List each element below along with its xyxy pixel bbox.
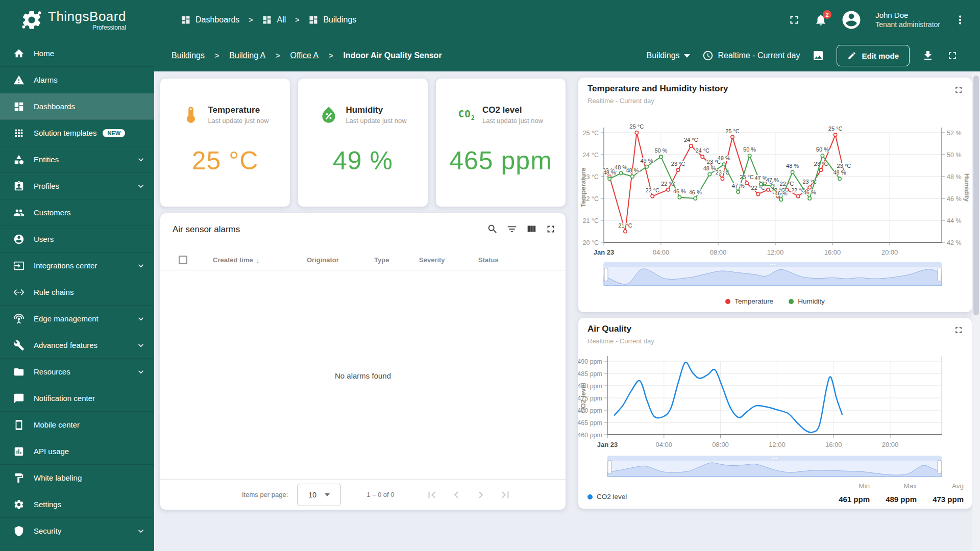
co2-card[interactable]: CO2 CO2 level Last update just now 465 p… — [436, 79, 566, 207]
sidebar-item-users[interactable]: Users — [0, 226, 154, 253]
sidebar-item-settings[interactable]: Settings — [0, 491, 154, 518]
stat-min-label: Min — [823, 482, 870, 490]
pencil-icon — [847, 51, 856, 60]
sidebar-item-edge-management[interactable]: Edge management — [0, 306, 154, 332]
sidebar-item-rule-chains[interactable]: Rule chains — [0, 279, 154, 306]
svg-text:42 %: 42 % — [947, 239, 962, 246]
prev-page-icon[interactable] — [450, 488, 463, 502]
temperature-value: 25 °C — [160, 146, 290, 176]
air-sensor-alarms-widget: Air sensor alarms Created time ↓ Origina… — [160, 213, 566, 510]
breadcrumb-link-buildings[interactable]: Buildings — [172, 51, 205, 60]
legend-item-humidity[interactable]: Humidity — [789, 297, 825, 305]
sidebar-item-label: Dashboards — [34, 102, 75, 111]
items-per-page-select[interactable]: 10 — [297, 484, 341, 506]
sidebar-item-integrations-center[interactable]: Integrations center — [0, 253, 154, 279]
thingsboard-app: ThingsBoard Professional Dashboards > Al… — [0, 0, 980, 551]
timewindow-button[interactable]: Realtime - Current day — [702, 50, 800, 61]
chat-icon — [13, 393, 24, 404]
sidebar-item-customers[interactable]: Customers — [0, 199, 154, 226]
card-last-update: Last update just now — [482, 117, 543, 124]
notifications-bell-icon[interactable]: 2 — [814, 13, 827, 27]
column-created-time[interactable]: Created time ↓ — [213, 256, 307, 264]
svg-text:04:00: 04:00 — [656, 441, 673, 448]
warning-icon — [13, 74, 24, 86]
sidebar-item-security[interactable]: Security — [0, 518, 154, 544]
download-icon[interactable] — [922, 49, 934, 62]
sidebar-item-mobile-center[interactable]: Mobile center — [0, 412, 154, 438]
sidebar-item-alarms[interactable]: Alarms — [0, 67, 154, 93]
more-menu-icon[interactable] — [953, 13, 967, 27]
sidebar-item-dashboards[interactable]: Dashboards — [0, 93, 154, 120]
columns-icon[interactable] — [526, 223, 537, 235]
sidebar-item-profiles[interactable]: Profiles — [0, 173, 154, 199]
temperature-humidity-chart[interactable]: 25 °C24 °C23 °C22 °C21 °C20 °C52 %50 %48… — [578, 78, 972, 312]
pagination-controls — [425, 488, 512, 502]
breadcrumb-link-building-a[interactable]: Building A — [229, 51, 265, 60]
sidebar-item-label: Customers — [34, 208, 71, 217]
legend-dot — [789, 299, 794, 304]
stat-min-value: 461 ppm — [823, 495, 870, 504]
user-avatar[interactable] — [841, 9, 862, 31]
svg-text:24 °C: 24 °C — [695, 147, 709, 154]
edit-mode-button[interactable]: Edit mode — [837, 45, 910, 66]
breadcrumb-link-office-a[interactable]: Office A — [290, 51, 318, 60]
filter-icon[interactable] — [506, 223, 518, 235]
entity-filter-select[interactable]: Buildings — [647, 51, 690, 60]
legend-item-co2[interactable]: CO2 level — [587, 493, 627, 500]
brand-subtitle: Professional — [92, 24, 126, 31]
column-severity[interactable]: Severity — [419, 256, 478, 264]
input-icon — [13, 260, 24, 271]
svg-text:25 °C: 25 °C — [630, 123, 644, 130]
last-page-icon[interactable] — [499, 488, 512, 502]
sidebar-item-resources[interactable]: Resources — [0, 359, 154, 385]
antenna-icon — [13, 313, 24, 324]
column-originator[interactable]: Originator — [307, 256, 374, 264]
people-icon — [13, 207, 24, 218]
top-header: ThingsBoard Professional Dashboards > Al… — [0, 0, 980, 40]
svg-text:21 °C: 21 °C — [583, 217, 599, 224]
search-icon[interactable] — [487, 223, 498, 235]
svg-text:25 °C: 25 °C — [725, 128, 740, 134]
fullscreen-icon[interactable] — [788, 13, 801, 27]
select-all-checkbox[interactable] — [179, 256, 187, 264]
sidebar-item-home[interactable]: Home — [0, 40, 154, 67]
column-type[interactable]: Type — [374, 256, 419, 264]
humidity-card[interactable]: Humidity Last update just now 49 % — [298, 79, 428, 207]
svg-text:465 ppm: 465 ppm — [578, 419, 602, 427]
stat-avg-label: Avg — [917, 482, 964, 490]
breadcrumb-buildings[interactable]: Buildings — [308, 15, 356, 25]
sidebar-item-notification-center[interactable]: Notification center — [0, 385, 154, 412]
svg-text:47 %: 47 % — [732, 183, 745, 189]
gear-icon — [13, 499, 24, 510]
apps-icon — [13, 128, 24, 139]
sidebar-item-white-labeling[interactable]: White labeling — [0, 465, 154, 491]
breadcrumb-dashboards[interactable]: Dashboards — [181, 15, 239, 25]
sidebar-nav: HomeAlarmsDashboardsSolution templatesNE… — [0, 40, 154, 551]
legend-item-temperature[interactable]: Temperature — [725, 297, 773, 305]
breadcrumb-all[interactable]: All — [262, 15, 286, 25]
fullscreen-icon[interactable] — [946, 49, 959, 62]
items-per-page-label: Items per page: — [242, 491, 288, 498]
fullscreen-icon[interactable] — [545, 223, 556, 235]
sidebar-item-advanced-features[interactable]: Advanced features — [0, 332, 154, 359]
next-page-icon[interactable] — [474, 488, 487, 502]
sidebar-item-label: Users — [34, 235, 54, 243]
brand-logo-block[interactable]: ThingsBoard Professional — [0, 9, 154, 31]
sidebar-item-entities[interactable]: Entities — [0, 146, 154, 173]
scrollbar-thumb[interactable] — [973, 76, 979, 315]
svg-text:50 %: 50 % — [947, 152, 962, 159]
co2-level-chart[interactable]: 490 ppm485 ppm480 ppm475 ppm470 ppm465 p… — [578, 318, 972, 509]
page-scrollbar[interactable] — [972, 71, 980, 551]
dashboard-image-icon[interactable] — [812, 49, 824, 62]
co2-value: 465 ppm — [436, 146, 566, 176]
dashboard-breadcrumb: Buildings > Building A > Office A > Indo… — [172, 51, 442, 60]
svg-text:49 %: 49 % — [640, 158, 653, 164]
sidebar-item-api-usage[interactable]: API usage — [0, 438, 154, 465]
stat-avg-value: 473 ppm — [917, 495, 964, 504]
sidebar-item-solution-templates[interactable]: Solution templatesNEW — [0, 120, 154, 146]
alarms-table-actions — [487, 223, 556, 235]
temperature-card[interactable]: Temperature Last update just now 25 °C — [160, 79, 290, 207]
column-status[interactable]: Status — [478, 256, 524, 264]
empty-table-message: No alarms found — [160, 371, 566, 380]
first-page-icon[interactable] — [425, 488, 438, 502]
